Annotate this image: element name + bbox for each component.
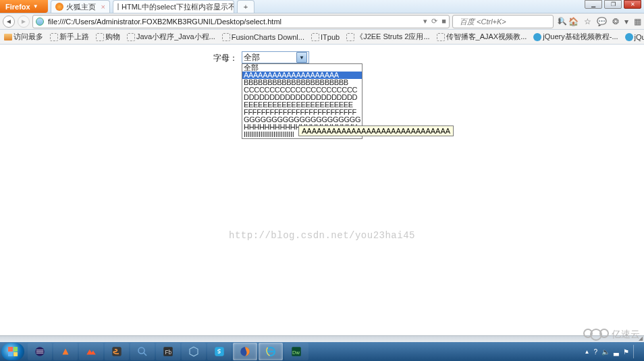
watermark-text: http://blog.csdn.net/you23hai45 — [229, 230, 415, 241]
jquery-icon — [625, 33, 633, 41]
bookmark-item[interactable]: 传智播客_AJAX视频教... — [437, 32, 527, 42]
window-close-button[interactable]: ✕ — [624, 0, 641, 9]
bookmark-label: 新手上路 — [59, 32, 89, 42]
chevron-down-icon[interactable]: ▼ — [296, 52, 307, 63]
bookmark-label: 传智播客_AJAX视频教... — [446, 32, 527, 42]
bookmark-star-icon[interactable]: ☆ — [584, 17, 591, 26]
chevron-down-icon: ▼ — [33, 3, 38, 9]
window-controls: ▁ ❐ ✕ — [585, 0, 641, 9]
start-button[interactable] — [1, 343, 24, 360]
svg-text:Fb: Fb — [165, 350, 172, 356]
navigation-toolbar: ◄ ► ▾ ⟳ ■ 🔍 ⬇ 🏠 ☆ 💬 ❂ ▾ ▦ — [0, 13, 644, 30]
taskbar-app-eclipse[interactable] — [28, 343, 52, 360]
url-bar[interactable]: ▾ ⟳ ■ — [32, 15, 450, 28]
url-input[interactable] — [47, 17, 421, 26]
tab-label: 火狐主页 — [66, 2, 96, 12]
select-value: 全部 — [244, 52, 296, 63]
field-row: 字母： 全部 ▼ 全部AAAAAAAAAAAAAAAAAAAABBBBBBBBB… — [0, 51, 644, 64]
system-tray: ▲ ? 🔈 ▃ ⚑ — [585, 345, 643, 358]
maximize-button[interactable]: ❐ — [604, 0, 622, 9]
browser-titlebar: Firefox ▼ 火狐主页 × HTML中的select下拉框内容显示不...… — [0, 0, 644, 13]
taskbar-app-flashbuilder[interactable]: Fb — [156, 343, 180, 360]
taskbar-app-firefox[interactable] — [233, 343, 257, 360]
bookmark-item[interactable]: 购物 — [96, 32, 120, 42]
chat-icon[interactable]: 💬 — [597, 17, 607, 26]
taskbar-app-skype[interactable] — [207, 343, 232, 360]
show-desktop-button[interactable] — [633, 345, 639, 358]
tray-overflow-icon[interactable]: ▲ — [585, 349, 590, 355]
bookmark-item[interactable]: FusionCharts Downl... — [222, 33, 304, 41]
search-input[interactable] — [458, 17, 555, 26]
most-visited-label: 访问最多 — [14, 32, 43, 42]
taskbar-app-sublime[interactable] — [105, 343, 129, 360]
page-icon — [437, 33, 445, 41]
windows-logo-icon — [8, 347, 18, 356]
tray-volume-icon[interactable]: 🔈 — [601, 348, 610, 356]
firefox-icon — [55, 3, 63, 11]
bookmark-item[interactable]: jQuery基础视频教程-... — [533, 32, 618, 42]
forward-button[interactable]: ► — [18, 16, 30, 28]
tray-flag-icon[interactable]: ⚑ — [623, 348, 629, 356]
grid-icon[interactable]: ▦ — [634, 17, 641, 26]
page-content: 字母： 全部 ▼ 全部AAAAAAAAAAAAAAAAAAAABBBBBBBBB… — [0, 45, 644, 342]
page-icon — [127, 33, 135, 41]
home-icon[interactable]: 🏠 — [568, 17, 579, 26]
statusbar-band: ◢ — [0, 335, 644, 342]
new-tab-button[interactable]: + — [237, 0, 254, 13]
taskbar-app-ie[interactable] — [259, 343, 283, 360]
search-bar[interactable]: 🔍 — [452, 15, 554, 28]
taskbar-app-search[interactable] — [130, 343, 155, 360]
tray-help-icon[interactable]: ? — [593, 348, 597, 356]
forward-arrow-icon: ► — [20, 18, 27, 25]
bookmark-label: 《J2EE Struts 2应用... — [356, 32, 429, 42]
bookmark-label: jQuery_ The Write L... — [635, 33, 644, 41]
tab-label: HTML中的select下拉框内容显示不... — [122, 2, 234, 12]
page-icon — [346, 33, 354, 41]
tray-network-icon[interactable]: ▃ — [614, 348, 619, 356]
feed-icon[interactable]: ❂ — [612, 17, 619, 26]
windows-taskbar: Fb Dw ▲ ? 🔈 ▃ ⚑ — [0, 342, 644, 361]
back-arrow-icon: ◄ — [5, 18, 12, 25]
url-dropdown-icon[interactable]: ▾ — [423, 17, 427, 26]
toolbar-icons: ⬇ 🏠 ☆ 💬 ❂ ▾ ▦ — [556, 17, 641, 26]
page-icon — [311, 33, 319, 41]
close-icon[interactable]: × — [101, 3, 105, 11]
reload-icon[interactable]: ⟳ — [431, 17, 437, 26]
back-button[interactable]: ◄ — [3, 16, 15, 28]
jquery-icon — [533, 33, 541, 41]
bookmark-label: ITpub — [321, 33, 340, 41]
tab-huohu[interactable]: 火狐主页 × — [51, 0, 110, 13]
plus-icon: + — [244, 3, 248, 11]
taskbar-app-tool1[interactable] — [53, 343, 78, 360]
globe-icon — [36, 18, 44, 26]
bookmark-label: FusionCharts Downl... — [232, 33, 304, 41]
svg-text:Dw: Dw — [292, 350, 300, 356]
yisu-brand: 亿速云 — [586, 329, 640, 341]
bookmark-label: jQuery基础视频教程-... — [543, 32, 618, 42]
minimize-button[interactable]: ▁ — [585, 0, 602, 9]
page-icon — [50, 33, 58, 41]
bookmark-label: Java小程序_Java小程... — [136, 32, 215, 42]
bookmark-item[interactable]: Java小程序_Java小程... — [127, 32, 215, 42]
taskbar-app-dreamweaver[interactable]: Dw — [284, 343, 308, 360]
most-visited-button[interactable]: 访问最多 — [4, 32, 43, 42]
taskbar-app-box[interactable] — [182, 343, 206, 360]
bookmark-item[interactable]: ITpub — [311, 33, 340, 41]
stop-icon[interactable]: ■ — [441, 17, 446, 26]
bookmark-label: 购物 — [105, 32, 120, 42]
yisu-brand-text: 亿速云 — [612, 329, 640, 341]
page-icon — [117, 3, 119, 10]
bookmark-item[interactable]: 《J2EE Struts 2应用... — [346, 32, 429, 42]
taskbar-app-matlab[interactable] — [79, 343, 103, 360]
select-wrap: 全部 ▼ 全部AAAAAAAAAAAAAAAAAAAABBBBBBBBBBBBB… — [242, 51, 309, 63]
download-icon[interactable]: ⬇ — [556, 17, 563, 26]
option-tooltip: AAAAAAAAAAAAAAAAAAAAAAAAAAAAAA — [298, 126, 454, 136]
firefox-menu-button[interactable]: Firefox ▼ — [0, 0, 48, 13]
page-icon — [222, 33, 230, 41]
tab-select-html[interactable]: HTML中的select下拉框内容显示不... × — [113, 0, 234, 13]
toolbar-menu-icon[interactable]: ▾ — [624, 17, 628, 26]
letter-select[interactable]: 全部 ▼ — [242, 51, 309, 63]
bookmark-item[interactable]: jQuery_ The Write L... — [625, 33, 644, 41]
field-label: 字母： — [213, 51, 238, 64]
bookmark-item[interactable]: 新手上路 — [50, 32, 89, 42]
